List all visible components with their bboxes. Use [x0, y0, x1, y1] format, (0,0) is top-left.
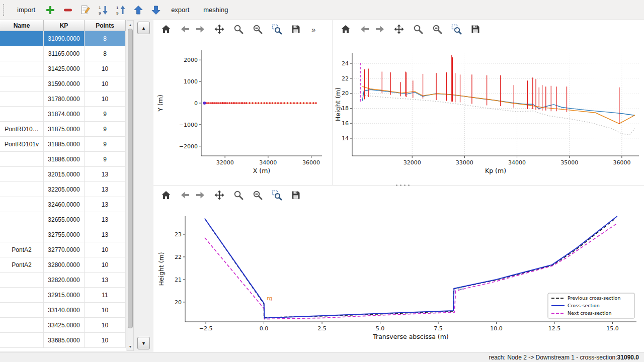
cell-name[interactable] — [0, 92, 44, 107]
cell-name[interactable] — [0, 273, 44, 288]
cell-kp[interactable]: 33140.0000 — [44, 303, 85, 318]
cell-name[interactable]: PontRD101v — [0, 137, 44, 152]
cell-pts[interactable]: 10 — [85, 61, 126, 76]
forward-icon[interactable] — [195, 190, 206, 201]
cell-pts[interactable]: 10 — [85, 242, 126, 257]
table-row[interactable]: 31590.000010 — [0, 76, 126, 92]
home-icon[interactable] — [160, 24, 172, 35]
table-row[interactable]: 31886.00009 — [0, 152, 126, 167]
cell-name[interactable] — [0, 212, 44, 227]
cross-section-plot[interactable]: −2.50.02.55.07.510.012.515.020212223Tran… — [153, 204, 644, 352]
pan-icon[interactable] — [393, 24, 405, 35]
table-row[interactable]: PontRD101v31885.00009 — [0, 137, 126, 152]
back-icon[interactable] — [180, 190, 191, 201]
cell-name[interactable]: PontA2 — [0, 257, 44, 273]
cell-kp[interactable]: 31425.0000 — [44, 61, 85, 76]
table-row[interactable]: 33140.000010 — [0, 303, 126, 318]
cell-kp[interactable]: 31780.0000 — [44, 92, 85, 107]
cell-pts[interactable]: 13 — [85, 182, 126, 197]
cell-name[interactable]: PontA2 — [0, 242, 44, 257]
table-row[interactable]: 32915.000011 — [0, 288, 126, 303]
cell-pts[interactable]: 9 — [85, 122, 126, 137]
cell-kp[interactable]: 31885.0000 — [44, 137, 85, 152]
cell-pts[interactable]: 9 — [85, 137, 126, 152]
cell-kp[interactable]: 33685.0000 — [44, 333, 85, 348]
forward-icon[interactable] — [195, 24, 206, 35]
cell-kp[interactable]: 31875.0000 — [44, 122, 85, 137]
save-icon[interactable] — [290, 190, 301, 201]
cell-name[interactable] — [0, 288, 44, 303]
cell-name[interactable] — [0, 303, 44, 318]
cell-name[interactable] — [0, 31, 44, 46]
zoom-mark-icon[interactable] — [432, 24, 443, 35]
move-row-down-button[interactable]: ▼ — [137, 337, 150, 349]
cell-pts[interactable]: 8 — [85, 46, 126, 61]
zoom-mark-icon[interactable] — [252, 24, 263, 35]
table-row[interactable]: 31165.00008 — [0, 46, 126, 61]
zoom-icon[interactable] — [413, 24, 424, 35]
cell-pts[interactable]: 13 — [85, 212, 126, 227]
save-icon[interactable] — [470, 24, 481, 35]
remove-icon[interactable] — [62, 5, 73, 16]
cell-pts[interactable]: 9 — [85, 152, 126, 167]
column-header-points[interactable]: Points — [85, 20, 126, 31]
back-icon[interactable] — [359, 24, 370, 35]
cell-name[interactable] — [0, 227, 44, 242]
plan-view-plot[interactable]: 320003400036000−2000−1000010002000X (m)Y… — [153, 38, 332, 185]
cell-pts[interactable]: 13 — [85, 167, 126, 182]
table-row[interactable]: PontRD10…31875.00009 — [0, 122, 126, 137]
table-row[interactable]: 31780.000010 — [0, 92, 126, 107]
column-header-kp[interactable]: KP — [44, 20, 85, 31]
zoom-rect-icon[interactable] — [271, 190, 282, 201]
sort-asc-icon[interactable]: 19 — [98, 5, 109, 16]
home-icon[interactable] — [160, 190, 172, 201]
zoom-icon[interactable] — [233, 24, 244, 35]
cell-name[interactable] — [0, 197, 44, 212]
table-row[interactable]: 32655.000013 — [0, 212, 126, 227]
import-button[interactable]: import — [13, 4, 40, 16]
cell-kp[interactable]: 31886.0000 — [44, 152, 85, 167]
cell-name[interactable] — [0, 46, 44, 61]
back-icon[interactable] — [180, 24, 191, 35]
toolbar-overflow-button[interactable]: » — [311, 25, 315, 34]
cell-pts[interactable]: 10 — [85, 318, 126, 333]
scrollbar-thumb[interactable] — [128, 29, 133, 328]
cell-name[interactable]: PontRD10… — [0, 122, 44, 137]
meshing-button[interactable]: meshing — [199, 4, 232, 16]
cell-name[interactable] — [0, 333, 44, 348]
move-up-icon[interactable] — [133, 5, 144, 16]
cell-pts[interactable]: 10 — [85, 92, 126, 107]
save-icon[interactable] — [290, 24, 301, 35]
table-row[interactable]: 31425.000010 — [0, 61, 126, 76]
scrollbar-up-arrow-icon[interactable]: ▲ — [127, 21, 133, 28]
cell-name[interactable] — [0, 76, 44, 92]
zoom-rect-icon[interactable] — [451, 24, 462, 35]
table-row[interactable]: 31874.00009 — [0, 107, 126, 122]
home-icon[interactable] — [340, 24, 351, 35]
add-icon[interactable] — [45, 5, 56, 16]
table-row[interactable]: PontA232770.000010 — [0, 242, 126, 257]
cell-kp[interactable]: 31165.0000 — [44, 46, 85, 61]
cell-name[interactable] — [0, 182, 44, 197]
cell-kp[interactable]: 32755.0000 — [44, 227, 85, 242]
table-row[interactable]: 32820.000013 — [0, 273, 126, 288]
table-row[interactable]: 32205.000013 — [0, 182, 126, 197]
move-down-icon[interactable] — [150, 5, 162, 16]
table-row[interactable]: 33685.000010 — [0, 333, 126, 348]
cell-name[interactable] — [0, 318, 44, 333]
pan-icon[interactable] — [214, 190, 225, 201]
zoom-mark-icon[interactable] — [252, 190, 263, 201]
cell-pts[interactable]: 10 — [85, 303, 126, 318]
cell-pts[interactable]: 9 — [85, 107, 126, 122]
cell-kp[interactable]: 32915.0000 — [44, 288, 85, 303]
move-row-up-button[interactable]: ▲ — [137, 22, 150, 34]
cell-pts[interactable]: 10 — [85, 257, 126, 273]
cell-pts[interactable]: 13 — [85, 227, 126, 242]
cell-pts[interactable]: 11 — [85, 288, 126, 303]
cell-kp[interactable]: 32800.0000 — [44, 257, 85, 273]
pan-icon[interactable] — [214, 24, 225, 35]
cell-kp[interactable]: 32655.0000 — [44, 212, 85, 227]
cell-pts[interactable]: 13 — [85, 197, 126, 212]
table-row[interactable]: 32460.000013 — [0, 197, 126, 212]
column-header-name[interactable]: Name — [0, 20, 44, 31]
